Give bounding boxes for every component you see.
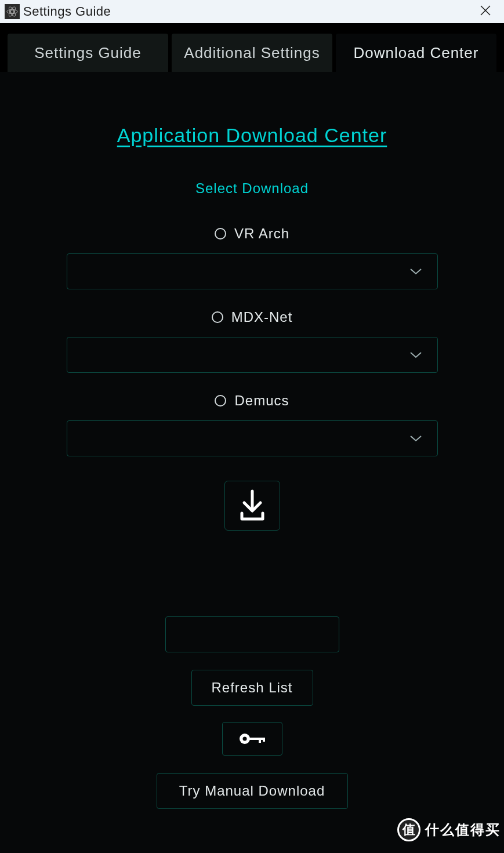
tab-additional-settings[interactable]: Additional Settings [172,34,332,72]
titlebar: Settings Guide [0,0,504,23]
tab-settings-guide[interactable]: Settings Guide [8,34,168,72]
radio-mdx-net[interactable] [212,311,223,323]
radio-label: Demucs [234,393,289,409]
svg-point-5 [242,737,246,741]
download-icon [237,489,267,522]
tab-download-center[interactable]: Download Center [336,34,496,72]
svg-rect-7 [259,738,261,743]
chevron-down-icon [409,434,422,442]
status-box [165,616,339,652]
button-label: Refresh List [211,680,292,696]
refresh-list-button[interactable]: Refresh List [191,670,313,706]
svg-rect-8 [263,738,265,742]
radio-demucs-row: Demucs [215,393,289,409]
window-title: Settings Guide [23,4,111,19]
tab-label: Settings Guide [34,44,142,62]
watermark-badge: 值 [397,818,420,841]
combo-mdx-net[interactable] [67,337,438,373]
combo-vr-arch[interactable] [67,253,438,289]
combo-demucs[interactable] [67,420,438,456]
key-button[interactable] [222,722,282,756]
download-button[interactable] [224,481,280,531]
chevron-down-icon [409,351,422,359]
manual-download-button[interactable]: Try Manual Download [157,773,348,809]
radio-vr-arch-row: VR Arch [215,226,289,242]
tab-label: Download Center [354,44,479,62]
page-heading: Application Download Center [117,124,387,147]
page-subheading: Select Download [195,180,309,197]
radio-label: MDX-Net [231,309,293,325]
key-icon [238,731,267,747]
button-label: Try Manual Download [179,783,325,799]
watermark: 值 什么值得买 [397,818,501,841]
radio-label: VR Arch [234,226,289,242]
svg-point-0 [10,10,14,13]
watermark-text: 什么值得买 [425,821,501,839]
radio-mdx-net-row: MDX-Net [212,309,293,325]
radio-demucs[interactable] [215,395,226,406]
radio-vr-arch[interactable] [215,228,226,239]
svg-rect-6 [249,738,265,740]
tab-bar: Settings Guide Additional Settings Downl… [0,23,504,72]
main-content: Application Download Center Select Downl… [0,72,504,826]
chevron-down-icon [409,267,422,275]
tab-label: Additional Settings [184,44,320,62]
close-button[interactable] [474,2,497,22]
app-icon [5,4,20,19]
